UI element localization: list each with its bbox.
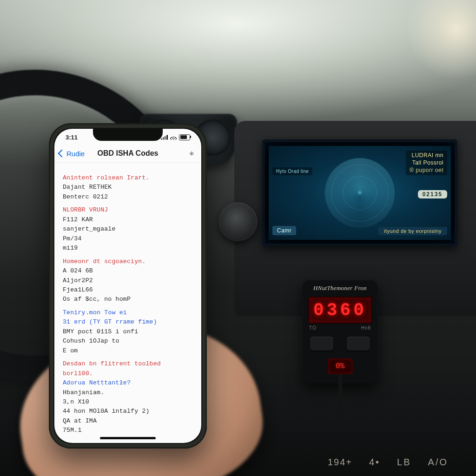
infotainment-line3: ® puporr oet xyxy=(410,166,443,174)
code-line: QA at IMA xyxy=(63,416,193,426)
code-group: Teniry.mon Tow ei31 erd (TY GT rrame fim… xyxy=(63,308,193,356)
chevron-left-icon xyxy=(58,150,66,158)
obd-sublabel-right: Hn8 xyxy=(361,325,371,331)
obd-main-readout: 0360 xyxy=(313,300,367,320)
battery-icon xyxy=(179,134,190,140)
share-icon[interactable]: ∗ xyxy=(189,149,195,158)
volume-knob[interactable] xyxy=(218,202,258,241)
infotainment-line2: Tall Possrol xyxy=(410,159,443,166)
infotainment-top-right: LUDRAI mn Tall Possrol ® puporr oet xyxy=(406,151,447,175)
diagnostic-codes-list[interactable]: Anintent rolsean Irart.Dajant RETHEKBent… xyxy=(54,166,201,443)
obd-sublabel-left: TO xyxy=(309,325,317,331)
dash-button-row: 194+ 4• LB A/O xyxy=(328,457,448,468)
code-group: Anintent rolsean Irart.Dajant RETHEKBent… xyxy=(63,173,193,202)
cellular-icon xyxy=(161,135,168,140)
infotainment-line1: LUDRAI mn xyxy=(410,152,443,159)
code-group-header: Desdan bn flitrent toolbed borl100. xyxy=(63,359,193,378)
infotainment-screen[interactable]: LUDRAI mn Tall Possrol ® puporr oet 0213… xyxy=(262,139,457,246)
obd-button-right[interactable] xyxy=(347,337,370,350)
wifi-icon xyxy=(170,135,177,140)
code-line: Hbanjaniam. xyxy=(63,388,193,397)
code-line: Os af $cc, no homP xyxy=(63,295,193,304)
dash-btn-2[interactable]: 4• xyxy=(369,457,380,468)
code-line: 44 hon MOl0A intalfy 2) xyxy=(63,407,193,416)
code-line: Pm/34 xyxy=(63,234,193,244)
code-group-header: NLORBR VRUNJ xyxy=(63,205,193,215)
obd-scanner-device[interactable]: HNutThemoner Fron 0360 TO Hn8 0% xyxy=(302,279,378,383)
nav-bar: Rudie OBD ISHA Codes ∗ xyxy=(54,145,201,163)
phone-screen[interactable]: 3:11 Rudie OBD ISHA Codes ∗ Anintent rol… xyxy=(54,129,201,443)
infotainment-badge: 02135 xyxy=(418,190,447,198)
obd-mini-readout: 0% xyxy=(336,362,344,370)
code-group-header: Teniry.mon Tow ei xyxy=(63,308,193,317)
code-line: E om xyxy=(63,346,193,356)
code-line: 31 erd (TY GT rrame fime) xyxy=(63,317,193,327)
infotainment-left-small: Hylo Orad line xyxy=(272,167,312,175)
back-button[interactable]: Rudie xyxy=(59,150,85,158)
obd-cable xyxy=(338,374,342,411)
dash-btn-3[interactable]: LB xyxy=(397,457,411,468)
code-line: mi19 xyxy=(63,244,193,253)
code-line: A 024 6B xyxy=(63,266,193,276)
code-line: 3,n X10 xyxy=(63,397,193,407)
infotainment-bottom-left-button[interactable]: Camr xyxy=(272,226,296,235)
code-group: Desdan bn flitrent toolbed borl100.Adoru… xyxy=(63,359,193,436)
code-line: Fjea1L66 xyxy=(63,285,193,295)
infotainment-bottom-right-button[interactable]: ityund de by eorpnislny xyxy=(378,227,447,235)
code-group: Homeonr dt scgoaeciyn.A 024 6BAljor2P2Fj… xyxy=(63,257,193,304)
radar-graphic xyxy=(325,158,395,228)
status-bar: 3:11 xyxy=(54,132,201,142)
obd-button-left[interactable] xyxy=(310,337,333,350)
code-line: sanjert_mgaale xyxy=(63,225,193,234)
code-line: BMY poct 011S i onfi xyxy=(63,327,193,337)
code-group: NLORBR VRUNJF112 KARsanjert_mgaalePm/34m… xyxy=(63,205,193,253)
smartphone: 3:11 Rudie OBD ISHA Codes ∗ Anintent rol… xyxy=(49,123,207,449)
code-line: Dajant RETHEK xyxy=(63,183,193,192)
code-group-header: Homeonr dt scgoaeciyn. xyxy=(63,257,193,266)
dash-btn-1[interactable]: 194+ xyxy=(328,457,352,468)
code-line: Adorua Netttantłe? xyxy=(63,378,193,388)
page-title: OBD ISHA Codes xyxy=(98,149,159,158)
obd-main-lcd: 0360 xyxy=(308,297,372,324)
obd-brand-label: HNutThemoner Fron xyxy=(302,284,378,292)
code-line: Benterc 0212 xyxy=(63,192,193,202)
back-label: Rudie xyxy=(66,150,85,158)
code-line: F112 KAR xyxy=(63,215,193,225)
status-time: 3:11 xyxy=(66,134,78,141)
code-line: Aljor2P2 xyxy=(63,276,193,285)
code-group-header: Anintent rolsean Irart. xyxy=(63,173,193,183)
dash-btn-4[interactable]: A/O xyxy=(428,457,448,468)
home-indicator[interactable] xyxy=(100,437,156,439)
obd-mini-lcd: 0% xyxy=(328,358,353,374)
code-line: 75M.1 xyxy=(63,426,193,435)
code-line: Cohush 1OJap to xyxy=(63,337,193,346)
